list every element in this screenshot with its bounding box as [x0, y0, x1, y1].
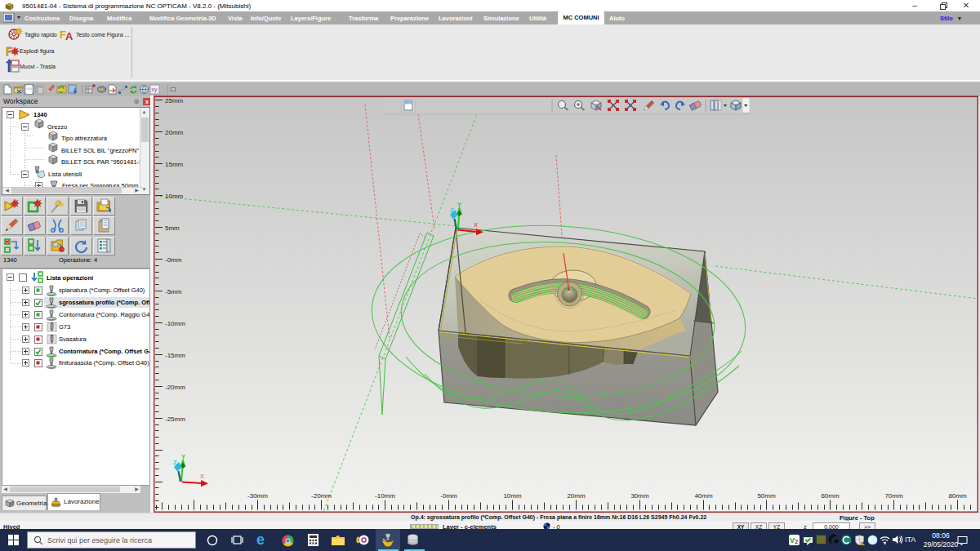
- svg-text:!: !: [862, 542, 862, 545]
- svg-text:-20mm: -20mm: [165, 383, 185, 390]
- svg-text:60mm: 60mm: [821, 491, 840, 499]
- svg-text:30mm: 30mm: [630, 491, 649, 499]
- svg-text:Z: Z: [173, 459, 177, 466]
- svg-text:5mm: 5mm: [165, 224, 180, 231]
- svg-text:xy: xy: [152, 87, 158, 93]
- svg-text:15mm: 15mm: [165, 160, 184, 167]
- svg-text:10mm: 10mm: [165, 192, 184, 199]
- svg-text:-25mm: -25mm: [165, 415, 185, 422]
- svg-text:Y: Y: [181, 453, 185, 460]
- svg-text:20mm: 20mm: [165, 128, 184, 136]
- svg-text:-15mm: -15mm: [165, 351, 185, 358]
- svg-text:Z: Z: [450, 207, 454, 214]
- svg-text:25mm: 25mm: [165, 96, 184, 104]
- svg-text:-0mm: -0mm: [440, 491, 457, 499]
- svg-text:X: X: [474, 220, 478, 228]
- svg-text:10mm: 10mm: [503, 491, 522, 499]
- svg-text:-10mm: -10mm: [165, 319, 185, 327]
- svg-text:70mm: 70mm: [884, 491, 903, 499]
- svg-text:50mm: 50mm: [757, 491, 776, 499]
- svg-text:A: A: [65, 30, 74, 41]
- svg-text:2: 2: [795, 538, 799, 545]
- svg-text:-30mm: -30mm: [247, 491, 268, 499]
- svg-text:-0mm: -0mm: [165, 256, 182, 263]
- svg-text:40mm: 40mm: [694, 491, 713, 499]
- svg-text:80mm: 80mm: [948, 491, 967, 499]
- svg-text:-5mm: -5mm: [165, 287, 182, 295]
- svg-text:-20mm: -20mm: [311, 491, 332, 499]
- svg-text:-10mm: -10mm: [375, 491, 395, 499]
- svg-text:Y: Y: [457, 201, 461, 208]
- svg-text:X: X: [200, 473, 204, 480]
- svg-text:20mm: 20mm: [567, 491, 586, 499]
